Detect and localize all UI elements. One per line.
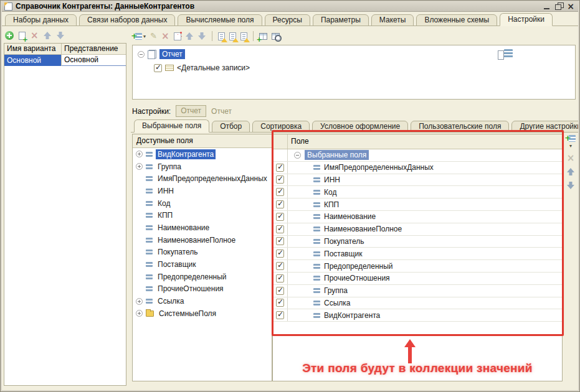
field-label[interactable]: ИмяПредопределенныхДанных <box>324 163 434 172</box>
field-label[interactable]: Покупатель <box>324 237 364 246</box>
field-label[interactable]: ИНН <box>156 186 176 196</box>
settings-tab[interactable]: Выбранные поля <box>134 119 209 133</box>
variant-presentation-cell[interactable]: Основной <box>62 55 126 66</box>
field-label[interactable]: ИмяПредопределенныхДанных <box>156 174 269 184</box>
settings-tab[interactable]: Отбор <box>212 121 250 133</box>
field-label[interactable]: ПрочиеОтношения <box>156 284 226 294</box>
available-field-row[interactable]: ВидКонтрагента <box>133 148 272 161</box>
settings-tab[interactable]: Пользовательские поля <box>411 121 509 133</box>
field-checkbox[interactable] <box>276 188 284 196</box>
delete-element-button[interactable]: × <box>161 32 169 40</box>
selected-field-row[interactable]: НаименованиеПолное <box>273 223 562 236</box>
expand-toggle-icon[interactable] <box>136 310 143 317</box>
field-label[interactable]: Ссылка <box>324 299 350 307</box>
field-label[interactable]: НаименованиеПолное <box>324 225 402 233</box>
copy-variant-button[interactable] <box>19 32 26 40</box>
selected-field-row[interactable]: Группа <box>273 285 562 297</box>
move-field-down-button[interactable] <box>567 181 575 190</box>
table-add-button[interactable] <box>259 33 267 40</box>
field-checkbox[interactable] <box>276 237 284 245</box>
minimize-icon[interactable] <box>542 2 552 11</box>
main-tab[interactable]: Макеты <box>371 14 414 26</box>
collapse-toggle-icon[interactable] <box>294 152 301 159</box>
move-element-down-button[interactable] <box>198 32 206 40</box>
available-field-row[interactable]: ПрочиеОтношения <box>133 283 272 296</box>
report-variant-button[interactable] <box>218 32 225 40</box>
field-checkbox[interactable] <box>276 225 284 233</box>
available-field-row[interactable]: НаименованиеПолное <box>133 234 272 246</box>
field-label[interactable]: Код <box>324 188 336 197</box>
available-field-row[interactable]: Ссылка <box>133 295 272 307</box>
available-field-row[interactable]: Поставщик <box>133 258 272 271</box>
load-settings-button[interactable] <box>229 32 236 40</box>
selected-field-row[interactable]: ПрочиеОтношения <box>273 273 562 285</box>
field-label[interactable]: КПП <box>156 210 174 220</box>
tree-child-row[interactable]: <Детальные записи> <box>149 62 575 74</box>
table-search-button[interactable] <box>272 33 280 40</box>
field-label[interactable]: Наименование <box>324 212 376 221</box>
settings-tab[interactable]: Другие настройки <box>511 121 580 133</box>
settings-scope-button[interactable]: Отчет <box>176 105 206 117</box>
main-tab[interactable]: Связи наборов данных <box>79 14 175 26</box>
detail-records-checkbox[interactable] <box>154 64 162 72</box>
variant-name-cell[interactable]: Основной <box>4 55 62 66</box>
field-checkbox[interactable] <box>276 250 284 258</box>
selected-field-row[interactable]: ИНН <box>273 174 562 187</box>
available-field-row[interactable]: Предопределенный <box>133 271 272 283</box>
available-field-row[interactable]: Наименование <box>133 222 272 234</box>
available-field-row[interactable]: Код <box>133 197 272 210</box>
delete-field-button[interactable]: × <box>567 154 575 162</box>
field-label[interactable]: Группа <box>156 162 183 172</box>
field-checkbox[interactable] <box>276 175 284 184</box>
selected-field-row[interactable]: Ссылка <box>273 297 562 310</box>
chevron-down-icon[interactable]: ▾ <box>569 143 572 149</box>
main-tab[interactable]: Ресурсы <box>265 14 310 26</box>
restore-icon[interactable] <box>554 2 564 11</box>
expand-toggle-icon[interactable] <box>136 163 143 170</box>
selected-field-row[interactable]: Код <box>273 186 562 198</box>
move-variant-down-button[interactable] <box>57 31 65 40</box>
field-checkbox[interactable] <box>276 299 284 307</box>
main-tab[interactable]: Наборы данных <box>5 14 77 26</box>
selected-field-row[interactable]: ВидКонтрагента <box>273 309 562 322</box>
field-label[interactable]: Предопределенный <box>156 272 229 282</box>
settings-wizard-button[interactable] <box>174 32 181 40</box>
field-label[interactable]: Покупатель <box>156 247 199 257</box>
available-field-row[interactable]: Покупатель <box>133 246 272 259</box>
field-label[interactable]: НаименованиеПолное <box>156 235 237 245</box>
field-checkbox[interactable] <box>276 200 284 208</box>
main-tab[interactable]: Вычисляемые поля <box>178 14 262 26</box>
field-label[interactable]: Наименование <box>156 223 211 233</box>
tree-root-label[interactable]: Отчет <box>159 49 185 59</box>
group-label[interactable]: Выбранные поля <box>305 150 369 160</box>
delete-variant-button[interactable]: × <box>31 31 39 40</box>
available-field-row[interactable]: ИНН <box>133 185 272 197</box>
field-label[interactable]: СистемныеПоля <box>157 309 218 319</box>
field-checkbox[interactable] <box>276 287 284 295</box>
main-tab[interactable]: Параметры <box>313 14 369 26</box>
field-label[interactable]: ВидКонтрагента <box>156 149 216 159</box>
selected-fields-group-row[interactable]: Выбранные поля <box>273 149 562 162</box>
field-label[interactable]: Предопределенный <box>324 262 393 271</box>
available-field-row[interactable]: Группа <box>133 161 272 173</box>
main-tab[interactable]: Вложенные схемы <box>416 14 497 26</box>
edit-element-button[interactable]: ✎ <box>150 32 157 40</box>
settings-tab[interactable]: Сортировка <box>252 121 310 133</box>
expand-toggle-icon[interactable] <box>136 151 143 157</box>
save-settings-button[interactable] <box>240 32 247 40</box>
move-field-up-button[interactable] <box>567 167 575 176</box>
available-field-row[interactable]: КПП <box>133 209 272 222</box>
add-variant-button[interactable] <box>5 31 14 40</box>
field-label[interactable]: ИНН <box>324 175 340 184</box>
selected-field-row[interactable]: Наименование <box>273 211 562 223</box>
tree-child-label[interactable]: <Детальные записи> <box>177 63 250 72</box>
main-tab[interactable]: Настройки <box>500 13 553 26</box>
selected-field-row[interactable]: Покупатель <box>273 236 562 248</box>
field-checkbox[interactable] <box>276 213 284 221</box>
field-label[interactable]: Ссылка <box>156 296 186 306</box>
settings-tab[interactable]: Условное оформление <box>312 121 408 133</box>
selected-field-row[interactable]: ИмяПредопределенныхДанных <box>273 162 562 174</box>
selected-field-row[interactable]: КПП <box>273 198 562 211</box>
variant-row[interactable]: Основной Основной <box>4 55 126 66</box>
field-label[interactable]: ВидКонтрагента <box>324 311 380 320</box>
